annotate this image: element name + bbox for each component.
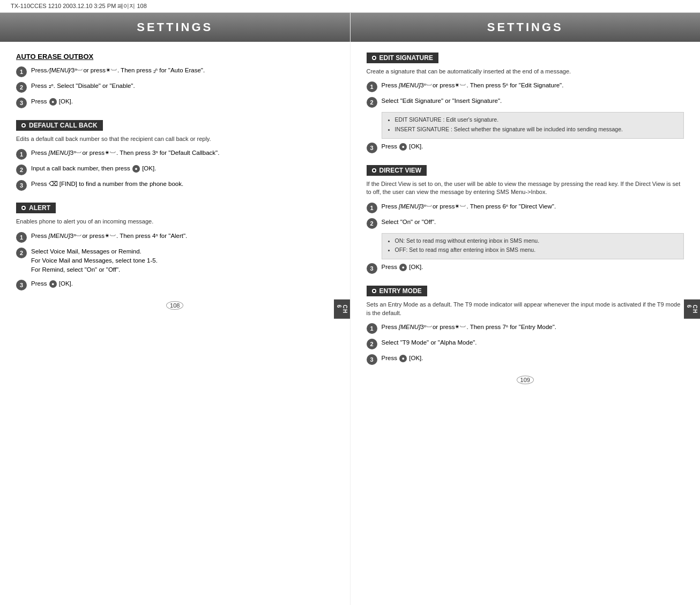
ok-icon-sig: ● (399, 143, 407, 151)
step-3: 3 Press ● [OK]. (16, 97, 334, 108)
dv-note-2: OFF: Set to read msg after entering inbo… (395, 246, 679, 255)
sig-step-num-3: 3 (367, 143, 377, 153)
ok-icon-2: ● (132, 165, 140, 173)
sig-step-num-2: 2 (367, 97, 377, 108)
badge-dot-sig (372, 56, 376, 60)
dv-step-num-3: 3 (367, 263, 377, 274)
alert-step-2: 2 Select Voice Mail, Messages or Remind.… (16, 247, 334, 275)
sig-step-3: 3 Press ● [OK]. (367, 142, 684, 153)
alert-step-3: 3 Press ● [OK]. (16, 279, 334, 290)
badge-dot-em (372, 289, 376, 293)
default-callback-desc: Edits a default call back number so that… (16, 135, 334, 143)
dv-step-text-3: Press ● [OK]. (382, 263, 423, 272)
ok-icon-1: ● (49, 98, 57, 106)
badge-dot-alert (21, 206, 26, 210)
left-title: SETTINGS (11, 20, 339, 34)
dcb-step-num-3: 3 (16, 180, 27, 191)
step-2: 2 Press ₂ⁿ. Select "Disable" or "Enable"… (16, 81, 334, 93)
direct-view-section: DIRECT VIEW If the Direct View is set to… (367, 165, 684, 274)
auto-erase-section: AUTO ERASE OUTBOX 1 Press ∕[MENU]∕3ⁿ︺or … (16, 53, 334, 108)
direct-view-desc: If the Direct View is set to on, the use… (367, 180, 684, 197)
dv-step-1: 1 Press [MENU]3ⁿ︺or press✴︺. Then press … (367, 202, 684, 213)
step-num-3: 3 (16, 98, 27, 108)
right-header: SETTINGS (351, 13, 701, 42)
dcb-step-text-2: Input a call back number, then press ● [… (31, 164, 156, 173)
sig-step-text-3: Press ● [OK]. (382, 142, 423, 151)
step-text-2: Press ₂ⁿ. Select "Disable" or "Enable". (31, 81, 135, 91)
em-step-3: 3 Press ● [OK]. (367, 354, 684, 365)
sig-note-1: EDIT SIGNATURE : Edit user's signature. (395, 116, 679, 124)
default-callback-title: DEFAULT CALL BACK (29, 122, 98, 129)
ok-icon-3: ● (49, 280, 57, 288)
alert-step-num-2: 2 (16, 248, 27, 258)
alert-step-text-1: Press [MENU]3ⁿ︺or press✴︺. Then press 4ⁿ… (31, 231, 187, 241)
sig-step-1: 1 Press [MENU]3ⁿ︺or press✴︺. Then press … (367, 81, 684, 92)
dv-step-num-2: 2 (367, 218, 377, 229)
sig-step-2: 2 Select "Edit Signature" or "Insert Sig… (367, 96, 684, 108)
em-step-2: 2 Select "T9 Mode" or "Alpha Mode". (367, 338, 684, 349)
dcb-step-num-1: 1 (16, 149, 27, 160)
edit-sig-desc: Create a signature that can be automatic… (367, 68, 684, 76)
step-num-2: 2 (16, 82, 27, 93)
alert-step-text-2: Select Voice Mail, Messages or Remind. F… (31, 247, 158, 275)
em-step-num-2: 2 (367, 339, 377, 349)
dcb-step-3: 3 Press ⌫ [FIND] to find a number from t… (16, 180, 334, 191)
dv-step-text-2: Select "On" or "Off". (382, 218, 436, 227)
em-step-1: 1 Press [MENU]3ⁿ︺or press✴︺. Then press … (367, 323, 684, 334)
em-step-text-1: Press [MENU]3ⁿ︺or press✴︺. Then press 7ⁿ… (382, 323, 556, 332)
left-page-number: 108 (0, 302, 350, 309)
entry-mode-desc: Sets an Entry Mode as a default. The T9 … (367, 301, 684, 317)
ok-icon-dv: ● (399, 264, 407, 271)
alert-section: ALERT Enables phone to alert you of an i… (16, 203, 334, 290)
dcb-step-num-2: 2 (16, 165, 27, 175)
sig-step-num-1: 1 (367, 81, 377, 92)
sig-step-text-1: Press [MENU]3ⁿ︺or press✴︺. Then press 5ⁿ… (382, 81, 564, 90)
right-ch-tab: CH6 (684, 299, 700, 318)
step-1: 1 Press ∕[MENU]∕3ⁿ︺or press✴︺. Then pres… (16, 66, 334, 77)
alert-title-badge: ALERT (16, 203, 56, 213)
direct-view-title-badge: DIRECT VIEW (367, 165, 427, 176)
alert-step-text-3: Press ● [OK]. (31, 279, 73, 288)
top-bar: TX-110CCES 1210 2003.12.10 3:25 PM 페이지 1… (0, 0, 700, 13)
right-title: SETTINGS (361, 20, 690, 34)
dv-note-1: ON: Set to read msg without entering inb… (395, 237, 679, 245)
step-num-1: 1 (16, 66, 27, 77)
default-callback-section: DEFAULT CALL BACK Edits a default call b… (16, 120, 334, 191)
dv-step-num-1: 1 (367, 203, 377, 213)
badge-dot-dv (372, 168, 376, 173)
em-step-num-1: 1 (367, 323, 377, 334)
dv-note-box: ON: Set to read msg without entering inb… (382, 233, 684, 260)
dcb-step-2: 2 Input a call back number, then press ●… (16, 164, 334, 175)
dcb-step-text-1: Press [MENU]3ⁿ︺or press✴︺. Then press 3ⁿ… (31, 148, 219, 158)
edit-signature-section: EDIT SIGNATURE Create a signature that c… (367, 53, 684, 153)
left-page: SETTINGS AUTO ERASE OUTBOX 1 Press ∕[MEN… (0, 13, 351, 605)
right-page-number: 109 (351, 377, 701, 383)
edit-sig-title-badge: EDIT SIGNATURE (367, 53, 438, 63)
ok-icon-em: ● (399, 355, 407, 362)
alert-step-num-3: 3 (16, 280, 27, 290)
alert-step-num-1: 1 (16, 232, 27, 243)
menu-icon: ∕[MENU]∕ (49, 67, 71, 73)
badge-dot (21, 123, 26, 128)
dcb-step-1: 1 Press [MENU]3ⁿ︺or press✴︺. Then press … (16, 148, 334, 160)
entry-mode-section: ENTRY MODE Sets an Entry Mode as a defau… (367, 286, 684, 365)
em-step-text-2: Select "T9 Mode" or "Alpha Mode". (382, 338, 477, 347)
sig-step-text-2: Select "Edit Signature" or "Insert Signa… (382, 96, 502, 106)
entry-mode-title-badge: ENTRY MODE (367, 286, 427, 296)
default-callback-title-badge: DEFAULT CALL BACK (16, 120, 103, 131)
dcb-step-text-3: Press ⌫ [FIND] to find a number from the… (31, 180, 183, 189)
em-step-text-3: Press ● [OK]. (382, 354, 423, 363)
left-ch-tab: CH6 (334, 299, 350, 318)
alert-desc: Enables phone to alert you of an incomin… (16, 218, 334, 226)
step-text-3: Press ● [OK]. (31, 97, 73, 106)
alert-title: ALERT (29, 204, 50, 212)
entry-mode-title: ENTRY MODE (379, 287, 422, 295)
right-page: SETTINGS EDIT SIGNATURE Create a signatu… (351, 13, 701, 605)
dv-step-3: 3 Press ● [OK]. (367, 263, 684, 274)
sig-note-box: EDIT SIGNATURE : Edit user's signature. … (382, 112, 684, 139)
left-header: SETTINGS (0, 13, 350, 42)
step-text-1: Press ∕[MENU]∕3ⁿ︺or press✴︺. Then press … (31, 66, 205, 75)
em-step-num-3: 3 (367, 354, 377, 365)
direct-view-title: DIRECT VIEW (379, 167, 422, 174)
alert-step-1: 1 Press [MENU]3ⁿ︺or press✴︺. Then press … (16, 231, 334, 243)
